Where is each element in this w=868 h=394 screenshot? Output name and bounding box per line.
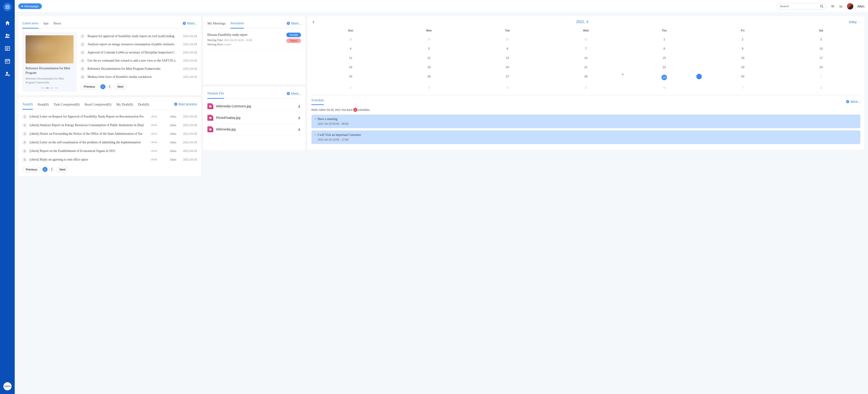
cal-day[interactable]: 29 [625, 73, 704, 82]
news-item[interactable]: 3Approval of Comrade LuWei as secretary … [80, 49, 197, 57]
cal-day[interactable]: 1 [782, 73, 860, 82]
news-next-button[interactable]: Next [114, 84, 127, 89]
schedule-more-link[interactable]: More... [846, 100, 860, 104]
news-item[interactable]: 6Meduza feels force of Kremlin's media c… [80, 73, 197, 81]
app-logo[interactable] [3, 3, 12, 11]
news-more-link[interactable]: More... [183, 22, 197, 27]
tasks-next-button[interactable]: Next [56, 167, 69, 172]
cal-today-link[interactable]: today [849, 20, 860, 24]
cal-day[interactable]: 31 [547, 35, 625, 43]
nav-user-settings[interactable] [0, 67, 15, 80]
cal-day[interactable]: 28 [311, 35, 390, 43]
cal-day[interactable]: 2 [311, 84, 390, 92]
meetings-tab-0[interactable]: My Meetings [207, 20, 225, 28]
news-tab-2[interactable]: News [53, 20, 61, 28]
chat-icon[interactable] [831, 4, 835, 8]
news-item[interactable]: 5Reference Documentation for Mini Progra… [80, 65, 197, 73]
cal-day[interactable]: 19 [390, 63, 468, 71]
homepage-tab[interactable]: Homepage [18, 3, 42, 9]
task-item[interactable]: 3[check] Notice on Forwarding the Notice… [22, 130, 197, 138]
cal-day[interactable]: 27 [468, 73, 547, 82]
cal-day[interactable]: 7 [704, 84, 782, 92]
tasks-tab-2[interactable]: Task Completed(8) [54, 101, 80, 109]
tasks-page-1[interactable]: 1 [42, 167, 48, 172]
cal-day[interactable]: 15 [625, 54, 704, 62]
cal-day[interactable]: 21 [547, 63, 625, 71]
news-tab-0[interactable]: Latest news [22, 20, 38, 29]
nav-users[interactable] [0, 29, 15, 42]
reject-button[interactable]: Reject [286, 38, 301, 43]
cal-day[interactable]: 4 [311, 45, 390, 53]
tasks-tab-0[interactable]: Task(8) [22, 101, 33, 110]
nav-home[interactable] [0, 17, 15, 29]
cal-day[interactable]: 10 [782, 45, 860, 53]
cal-day[interactable]: 14 [547, 54, 625, 62]
search-icon[interactable] [820, 4, 824, 8]
cal-day[interactable]: 20 [468, 63, 547, 71]
cal-day[interactable]: 30 [468, 35, 547, 43]
cal-day[interactable]: 26 [390, 73, 468, 82]
netdisk-more-link[interactable]: More... [286, 92, 301, 97]
cal-day[interactable]: 24 [782, 63, 860, 71]
cal-day[interactable]: 13 [468, 54, 547, 62]
cal-day[interactable]: 17 [782, 54, 860, 62]
news-item[interactable]: 2Analysis report on energy resources con… [80, 40, 197, 49]
tasks-tab-1[interactable]: Read(0) [38, 101, 49, 109]
file-item[interactable]: Wikimedia Commons.jpg [207, 101, 301, 112]
news-page-2[interactable]: 2 [107, 84, 112, 89]
cal-day[interactable]: 4 [468, 84, 547, 92]
accept-button[interactable]: Accept [286, 33, 301, 37]
start-process-link[interactable]: Start process [174, 102, 197, 108]
cal-day[interactable]: 8 [625, 45, 704, 53]
cal-day[interactable]: 28 [547, 73, 625, 82]
cal-day[interactable]: 23 [704, 63, 782, 71]
cal-day[interactable]: 12 [390, 54, 468, 62]
download-icon[interactable] [298, 104, 301, 108]
schedule-item[interactable]: Have a meeting2021-04-29 08:00 - 09:00 [311, 115, 860, 128]
news-tab-1[interactable]: han [43, 20, 49, 28]
cal-day[interactable]: 9 [704, 45, 782, 53]
cal-day[interactable]: 6 [625, 84, 704, 92]
tasks-tab-5[interactable]: Draft(0) [138, 101, 149, 109]
cal-day[interactable]: 5 [547, 84, 625, 92]
cal-day[interactable]: 30 [704, 73, 782, 82]
cal-day[interactable]: 2 [704, 35, 782, 43]
task-item[interactable]: 2[check] Analysis Report on Energy Resou… [22, 121, 197, 130]
cal-day[interactable]: 5 [390, 45, 468, 53]
cal-day[interactable]: 7 [547, 45, 625, 53]
cal-day[interactable]: 3 [390, 84, 468, 92]
file-item[interactable]: Wikimedia.jpg [207, 124, 301, 135]
cal-day[interactable]: 6 [468, 45, 547, 53]
news-page-1[interactable]: 1 [100, 84, 105, 89]
cal-day[interactable]: 1 [625, 35, 704, 43]
news-item[interactable]: 1Request for approval of feasibility stu… [80, 32, 197, 40]
avatar[interactable] [847, 3, 853, 9]
nav-news[interactable] [0, 42, 15, 55]
task-item[interactable]: 6[check] Reply on agreeing to rent offic… [22, 155, 197, 164]
meetings-more-link[interactable]: More... [286, 22, 301, 27]
file-item[interactable]: PhotoPixabay.jpg [207, 112, 301, 124]
gift-icon[interactable] [839, 4, 843, 8]
meetings-tab-1[interactable]: Invitation [230, 20, 244, 29]
cal-day[interactable]: 11 [311, 54, 390, 62]
cal-day[interactable]: 25 [311, 73, 390, 82]
download-icon[interactable] [298, 116, 301, 119]
news-carousel[interactable]: Reference Documentation for Mini Program… [22, 32, 77, 91]
task-item[interactable]: 5[check] Report on the Establishment of … [22, 147, 197, 155]
news-item[interactable]: 4Use the yo command line wizard to add a… [80, 57, 197, 65]
cal-day[interactable]: 22 [625, 63, 704, 71]
search-input[interactable] [780, 4, 820, 8]
task-item[interactable]: 1[check] Letter on Request for Approval … [22, 112, 197, 121]
tab-netdisk[interactable]: Netdisk File [207, 90, 224, 99]
tasks-prev-button[interactable]: Previous [22, 167, 41, 172]
nav-calendar[interactable] [0, 55, 15, 67]
tasks-tab-4[interactable]: My Draft(8) [116, 101, 133, 109]
download-icon[interactable] [298, 128, 301, 131]
schedule-item[interactable]: I will Visit an important Customer2021-0… [311, 131, 860, 144]
cal-day[interactable]: 29 [390, 35, 468, 43]
tasks-page-2[interactable]: 2 [49, 167, 54, 172]
tasks-tab-3[interactable]: Read Completed(0) [85, 101, 111, 109]
cal-day[interactable]: 8 [782, 84, 860, 92]
task-item[interactable]: 4[check] Letter on the self-examination … [22, 138, 197, 147]
cal-day[interactable]: 16 [704, 54, 782, 62]
